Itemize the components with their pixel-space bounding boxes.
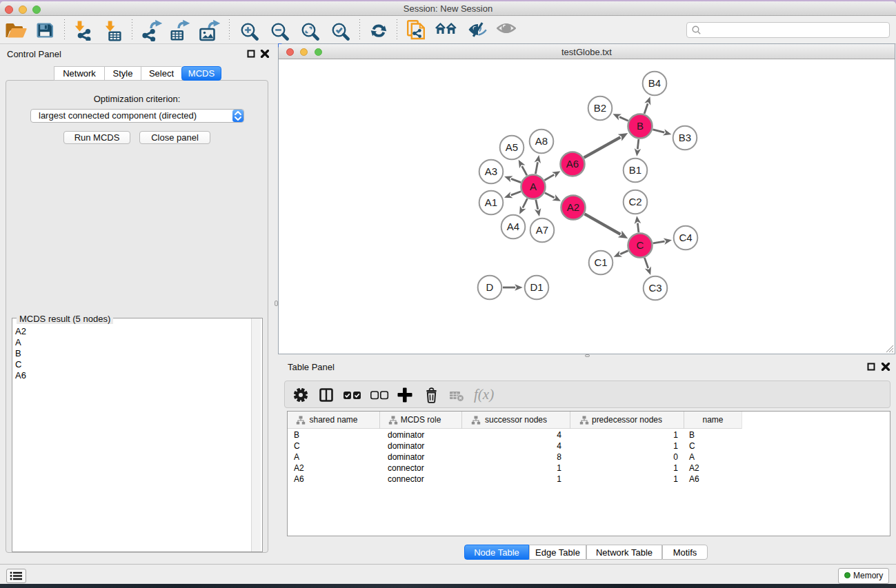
svg-text:D: D [486, 281, 494, 293]
svg-text:C2: C2 [628, 196, 641, 207]
svg-text:A2: A2 [567, 201, 579, 213]
svg-text:B2: B2 [594, 102, 606, 114]
svg-text:C3: C3 [648, 282, 661, 294]
svg-text:A3: A3 [485, 165, 497, 177]
svg-text:B3: B3 [679, 132, 691, 143]
svg-text:A: A [530, 181, 537, 192]
svg-text:C1: C1 [594, 256, 607, 268]
svg-text:A7: A7 [536, 224, 548, 236]
svg-text:B4: B4 [648, 77, 661, 89]
svg-text:B: B [637, 120, 644, 132]
svg-text:A5: A5 [506, 141, 518, 153]
svg-text:D1: D1 [530, 281, 543, 293]
svg-text:B1: B1 [629, 164, 641, 176]
svg-text:A8: A8 [535, 135, 548, 147]
svg-text:A6: A6 [566, 158, 579, 170]
svg-text:A4: A4 [507, 221, 519, 232]
svg-text:A1: A1 [485, 196, 497, 208]
svg-text:C: C [637, 239, 644, 251]
svg-text:C4: C4 [679, 232, 692, 243]
